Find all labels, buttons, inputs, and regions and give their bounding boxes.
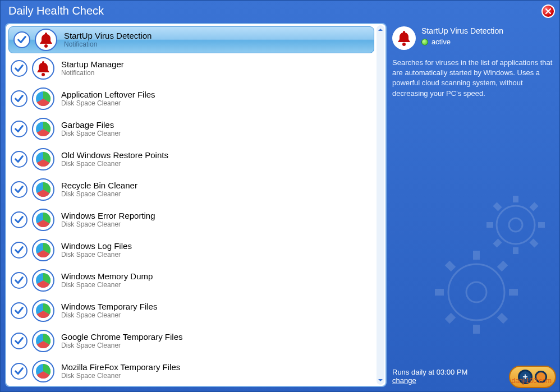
list-item[interactable]: Windows Temporary FilesDisk Space Cleane… bbox=[6, 296, 377, 326]
detail-icon-circle bbox=[392, 26, 416, 50]
item-icon-circle bbox=[32, 87, 54, 110]
list-item[interactable]: Garbage FilesDisk Space Cleaner bbox=[6, 114, 377, 144]
checkmark-icon bbox=[14, 154, 24, 164]
pie-chart-icon bbox=[34, 271, 52, 289]
app-window: Daily Health Check StartUp Virus Detecti… bbox=[0, 0, 560, 392]
checks-list: StartUp Virus DetectionNotificationStart… bbox=[6, 24, 377, 386]
list-item[interactable]: Recycle Bin CleanerDisk Space Cleaner bbox=[6, 174, 377, 205]
item-text: Old Windows Restore PointsDisk Space Cle… bbox=[61, 150, 168, 168]
item-subtitle: Disk Space Cleaner bbox=[61, 100, 155, 108]
item-title: Recycle Bin Cleaner bbox=[61, 181, 137, 190]
pie-chart-icon bbox=[34, 241, 52, 259]
item-checkbox[interactable] bbox=[13, 31, 30, 48]
item-checkbox[interactable] bbox=[11, 121, 27, 137]
svg-line-21 bbox=[495, 241, 500, 246]
item-subtitle: Disk Space Cleaner bbox=[61, 282, 153, 289]
item-icon-circle bbox=[32, 360, 54, 382]
checkmark-icon bbox=[14, 245, 24, 255]
svg-line-29 bbox=[447, 263, 453, 269]
checkmark-icon bbox=[14, 306, 24, 316]
item-checkbox[interactable] bbox=[11, 363, 27, 380]
item-text: Windows Memory DumpDisk Space Cleaner bbox=[61, 271, 153, 289]
list-item[interactable]: Google Chrome Temporary FilesDisk Space … bbox=[6, 326, 377, 356]
watermark-badge[interactable]: + bbox=[509, 366, 556, 388]
item-checkbox[interactable] bbox=[11, 302, 27, 319]
item-title: Windows Log Files bbox=[61, 241, 132, 251]
pie-chart-icon bbox=[34, 120, 52, 138]
gears-decoration-icon bbox=[426, 191, 560, 348]
svg-line-31 bbox=[447, 315, 453, 321]
item-icon-circle bbox=[32, 148, 54, 170]
item-checkbox[interactable] bbox=[11, 90, 27, 107]
item-title: Old Windows Restore Points bbox=[61, 150, 168, 160]
item-text: Windows Temporary FilesDisk Space Cleane… bbox=[61, 302, 157, 319]
item-icon-circle bbox=[35, 29, 57, 51]
item-icon-circle bbox=[32, 209, 54, 231]
svg-line-32 bbox=[499, 263, 506, 269]
item-subtitle: Disk Space Cleaner bbox=[61, 372, 180, 380]
close-button[interactable] bbox=[541, 4, 555, 18]
item-checkbox[interactable] bbox=[11, 151, 27, 168]
checkmark-icon bbox=[14, 124, 24, 134]
checkmark-icon bbox=[14, 94, 24, 104]
list-item[interactable]: Windows Log FilesDisk Space Cleaner bbox=[6, 235, 377, 265]
bell-icon bbox=[34, 59, 52, 77]
item-text: Google Chrome Temporary FilesDisk Space … bbox=[61, 332, 182, 349]
schedule-info: Runs daily at 03:00 PM change bbox=[392, 368, 467, 385]
item-title: Windows Temporary Files bbox=[61, 302, 157, 311]
schedule-change-link[interactable]: change bbox=[392, 376, 416, 385]
item-title: Windows Memory Dump bbox=[61, 271, 153, 281]
checkmark-icon bbox=[14, 63, 24, 73]
item-subtitle: Notification bbox=[61, 70, 124, 77]
item-title: Startup Manager bbox=[61, 59, 124, 69]
pie-chart-icon bbox=[34, 332, 52, 350]
item-icon-circle bbox=[32, 330, 54, 352]
item-checkbox[interactable] bbox=[11, 181, 27, 198]
list-item[interactable]: Mozilla FireFox Temporary FilesDisk Spac… bbox=[6, 356, 377, 386]
list-item[interactable]: Startup ManagerNotification bbox=[6, 53, 377, 84]
scroll-down-button[interactable] bbox=[377, 376, 384, 385]
content-area: StartUp Virus DetectionNotificationStart… bbox=[1, 21, 559, 391]
item-subtitle: Disk Space Cleaner bbox=[61, 160, 168, 168]
item-checkbox[interactable] bbox=[11, 333, 27, 349]
svg-line-20 bbox=[531, 241, 536, 246]
item-text: Windows Error ReportingDisk Space Cleane… bbox=[61, 211, 155, 228]
item-text: StartUp Virus DetectionNotification bbox=[64, 31, 152, 48]
detail-description: Searches for viruses in the list of appl… bbox=[392, 58, 555, 99]
pie-chart-icon bbox=[34, 150, 52, 168]
titlebar: Daily Health Check bbox=[1, 1, 559, 21]
detail-panel: StartUp Virus Detection active Searches … bbox=[392, 23, 555, 387]
item-checkbox[interactable] bbox=[11, 272, 27, 289]
item-text: Windows Log FilesDisk Space Cleaner bbox=[61, 241, 132, 259]
item-text: Startup ManagerNotification bbox=[61, 59, 124, 77]
checkmark-icon bbox=[14, 185, 24, 195]
orange-circle-icon bbox=[535, 371, 547, 383]
item-text: Application Leftover FilesDisk Space Cle… bbox=[61, 90, 155, 107]
list-item[interactable]: Windows Memory DumpDisk Space Cleaner bbox=[6, 265, 377, 296]
item-title: Windows Error Reporting bbox=[61, 211, 155, 220]
svg-line-19 bbox=[495, 204, 500, 209]
list-item[interactable]: Application Leftover FilesDisk Space Cle… bbox=[6, 84, 377, 114]
list-item[interactable]: Windows Error ReportingDisk Space Cleane… bbox=[6, 205, 377, 235]
item-checkbox[interactable] bbox=[11, 60, 27, 77]
item-subtitle: Notification bbox=[64, 41, 152, 49]
scroll-up-button[interactable] bbox=[377, 25, 384, 34]
item-subtitle: Disk Space Cleaner bbox=[61, 191, 137, 199]
item-text: Recycle Bin CleanerDisk Space Cleaner bbox=[61, 181, 137, 198]
item-checkbox[interactable] bbox=[11, 211, 27, 228]
svg-point-0 bbox=[44, 44, 48, 48]
pie-chart-icon bbox=[34, 302, 52, 320]
scrollbar[interactable] bbox=[377, 25, 384, 385]
status-dot-icon bbox=[421, 39, 428, 45]
list-item[interactable]: StartUp Virus DetectionNotification bbox=[8, 26, 374, 53]
svg-point-14 bbox=[509, 218, 522, 232]
item-title: Google Chrome Temporary Files bbox=[61, 332, 182, 342]
item-icon-circle bbox=[32, 178, 54, 201]
item-checkbox[interactable] bbox=[11, 242, 27, 259]
checkmark-icon bbox=[14, 215, 24, 225]
checkmark-icon bbox=[17, 35, 27, 45]
checkmark-icon bbox=[14, 336, 24, 346]
svg-line-22 bbox=[531, 204, 536, 209]
list-item[interactable]: Old Windows Restore PointsDisk Space Cle… bbox=[6, 144, 377, 174]
schedule-text: Runs daily at 03:00 PM bbox=[392, 368, 467, 376]
